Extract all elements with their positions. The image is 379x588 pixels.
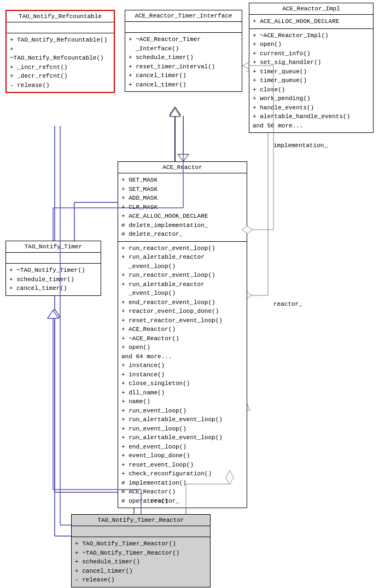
ace-reactor-timer-interface-title: ACE_Reactor_Timer_Interface: [125, 10, 242, 22]
svg-marker-32: [48, 310, 59, 318]
tao-notify-timer-members: + ~TAO_Notify_Timer() + schedule_timer()…: [6, 264, 101, 295]
svg-marker-11: [49, 309, 60, 317]
tao-notify-timer-reactor-box: TAO_Notify_Timer_Reactor + TAO_Notify_Ti…: [71, 514, 211, 587]
tao-notify-timer-empty: [6, 253, 101, 264]
tao-notify-timer-reactor-members: + TAO_Notify_Timer_Reactor() + ~TAO_Noti…: [72, 537, 210, 587]
ace-reactor-timer-interface-box: ACE_Reactor_Timer_Interface + ~ACE_React…: [125, 10, 242, 92]
ace-reactor-timer-interface-empty: [125, 22, 242, 33]
ace-reactor-impl-box: ACE_Reactor_Impl + ACE_ALLOC_HOOK_DECLAR…: [249, 3, 374, 133]
ace-reactor-timer-interface-members: + ~ACE_Reactor_Timer _Interface() + sche…: [125, 33, 242, 91]
ace-reactor-impl-title: ACE_Reactor_Impl: [249, 3, 373, 15]
ace-reactor-impl-members: + ~ACE_Reactor_Impl() + open() + current…: [249, 29, 373, 133]
diagram-container: TAO_Notify_Refcountable + TAO_Notify_Ref…: [0, 0, 379, 588]
svg-marker-4: [170, 107, 180, 115]
tao-notify-refcountable-empty: [7, 22, 114, 33]
ace-reactor-top-members: + GET_MASK + SET_MASK + ADD_MASK + CLR_M…: [118, 173, 247, 242]
tao-notify-refcountable-members: + TAO_Notify_Refcountable() + ~TAO_Notif…: [7, 33, 114, 92]
tao-notify-timer-box: TAO_Notify_Timer + ~TAO_Notify_Timer() +…: [5, 241, 101, 296]
ace-reactor-impl-top-members: + ACE_ALLOC_HOOK_DECLARE: [249, 15, 373, 29]
tao-notify-refcountable-title: TAO_Notify_Refcountable: [7, 11, 114, 22]
ace-reactor-title: ACE_Reactor: [118, 162, 247, 173]
tao-notify-timer-reactor-title: TAO_Notify_Timer_Reactor: [72, 515, 210, 526]
ace-reactor-box: ACE_Reactor + GET_MASK + SET_MASK + ADD_…: [118, 161, 247, 508]
ace-reactor-members: + run_reactor_event_loop() + run_alertab…: [118, 242, 247, 508]
tao-notify-timer-title: TAO_Notify_Timer: [6, 241, 101, 253]
tao-notify-refcountable-box: TAO_Notify_Refcountable + TAO_Notify_Ref…: [5, 10, 115, 93]
reactor-bottom-label: reactor_: [150, 498, 179, 504]
svg-marker-25: [178, 154, 189, 161]
implementation-label: implementation_: [273, 142, 328, 149]
svg-marker-21: [170, 108, 180, 117]
reactor-right-label: reactor_: [273, 301, 302, 307]
tao-notify-timer-reactor-empty: [72, 526, 210, 537]
svg-marker-36: [242, 62, 249, 69]
